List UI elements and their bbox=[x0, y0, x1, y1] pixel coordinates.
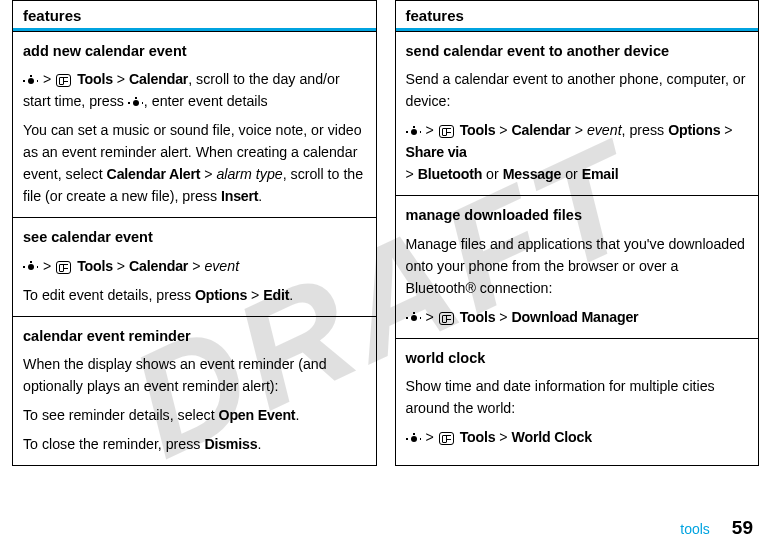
var-event: event bbox=[587, 122, 622, 138]
center-key-icon bbox=[407, 434, 421, 444]
center-key-icon bbox=[129, 98, 143, 108]
tools-icon bbox=[439, 312, 454, 325]
menu-message: Message bbox=[503, 166, 562, 182]
menu-download-manager: Download Manager bbox=[512, 309, 639, 325]
center-key-icon bbox=[407, 313, 421, 323]
section-event-reminder: calendar event reminder When the display… bbox=[13, 316, 376, 465]
paragraph: When the display shows an event reminder… bbox=[23, 353, 366, 397]
menu-calendar: Calendar bbox=[512, 122, 571, 138]
paragraph: Manage files and applications that you'v… bbox=[406, 233, 749, 299]
menu-insert: Insert bbox=[221, 188, 258, 204]
tools-icon bbox=[439, 125, 454, 138]
tools-icon bbox=[56, 261, 71, 274]
paragraph: You can set a music or sound file, voice… bbox=[23, 119, 366, 207]
paragraph: To see reminder details, select Open Eve… bbox=[23, 404, 366, 426]
menu-bluetooth: Bluetooth bbox=[418, 166, 482, 182]
text: To close the reminder, press bbox=[23, 436, 204, 452]
paragraph: Send a calendar event to another phone, … bbox=[406, 68, 749, 112]
center-key-icon bbox=[24, 76, 38, 86]
tools-icon bbox=[439, 432, 454, 445]
text: . bbox=[257, 436, 261, 452]
text: . bbox=[258, 188, 262, 204]
menu-options: Options bbox=[668, 122, 720, 138]
center-key-icon bbox=[407, 127, 421, 137]
nav-path: > Tools > Calendar > event bbox=[23, 255, 366, 277]
text: > bbox=[720, 122, 732, 138]
menu-tools: Tools bbox=[460, 309, 496, 325]
paragraph: Show time and date information for multi… bbox=[406, 375, 749, 419]
content-columns: features add new calendar event > Tools … bbox=[0, 0, 771, 466]
section-title: add new calendar event bbox=[23, 40, 366, 62]
menu-email: Email bbox=[582, 166, 619, 182]
section-send-event: send calendar event to another device Se… bbox=[396, 31, 759, 195]
menu-calendar: Calendar bbox=[129, 258, 188, 274]
section-manage-files: manage downloaded files Manage files and… bbox=[396, 195, 759, 337]
menu-options: Options bbox=[195, 287, 247, 303]
section-add-event: add new calendar event > Tools > Calenda… bbox=[13, 31, 376, 217]
text: , press bbox=[622, 122, 669, 138]
menu-calendar: Calendar bbox=[129, 71, 188, 87]
menu-tools: Tools bbox=[460, 122, 496, 138]
center-key-icon bbox=[24, 262, 38, 272]
section-title: calendar event reminder bbox=[23, 325, 366, 347]
left-header: features bbox=[13, 1, 376, 31]
section-title: send calendar event to another device bbox=[406, 40, 749, 62]
right-header: features bbox=[396, 1, 759, 31]
menu-tools: Tools bbox=[460, 429, 496, 445]
paragraph: To close the reminder, press Dismiss. bbox=[23, 433, 366, 455]
nav-path: > Tools > Calendar > event, press Option… bbox=[406, 119, 749, 185]
var-alarm-type: alarm type bbox=[216, 166, 282, 182]
section-world-clock: world clock Show time and date informati… bbox=[396, 338, 759, 458]
section-title: see calendar event bbox=[23, 226, 366, 248]
menu-share-via: Share via bbox=[406, 144, 467, 160]
left-column: features add new calendar event > Tools … bbox=[12, 0, 377, 466]
menu-world-clock: World Clock bbox=[512, 429, 592, 445]
text: To edit event details, press bbox=[23, 287, 195, 303]
menu-tools: Tools bbox=[77, 71, 113, 87]
menu-open-event: Open Event bbox=[219, 407, 296, 423]
text: To see reminder details, select bbox=[23, 407, 219, 423]
nav-path: > Tools > World Clock bbox=[406, 426, 749, 448]
text: > bbox=[406, 166, 418, 182]
paragraph: To edit event details, press Options > E… bbox=[23, 284, 366, 306]
menu-tools: Tools bbox=[77, 258, 113, 274]
page-number: 59 bbox=[732, 517, 753, 539]
menu-dismiss: Dismiss bbox=[204, 436, 257, 452]
section-title: manage downloaded files bbox=[406, 204, 749, 226]
footer-section-label: tools bbox=[680, 521, 710, 537]
tools-icon bbox=[56, 74, 71, 87]
right-column: features send calendar event to another … bbox=[395, 0, 760, 466]
var-event: event bbox=[204, 258, 239, 274]
nav-path: > Tools > Download Manager bbox=[406, 306, 749, 328]
text: , enter event details bbox=[144, 93, 268, 109]
text: . bbox=[295, 407, 299, 423]
menu-edit: Edit bbox=[263, 287, 289, 303]
page-footer: tools 59 bbox=[680, 517, 753, 539]
text: . bbox=[289, 287, 293, 303]
menu-calendar-alert: Calendar Alert bbox=[107, 166, 201, 182]
text: > bbox=[200, 166, 216, 182]
text: > bbox=[247, 287, 263, 303]
section-title: world clock bbox=[406, 347, 749, 369]
nav-path: > Tools > Calendar, scroll to the day an… bbox=[23, 68, 366, 112]
section-see-event: see calendar event > Tools > Calendar > … bbox=[13, 217, 376, 315]
text: or bbox=[482, 166, 503, 182]
text: or bbox=[561, 166, 582, 182]
